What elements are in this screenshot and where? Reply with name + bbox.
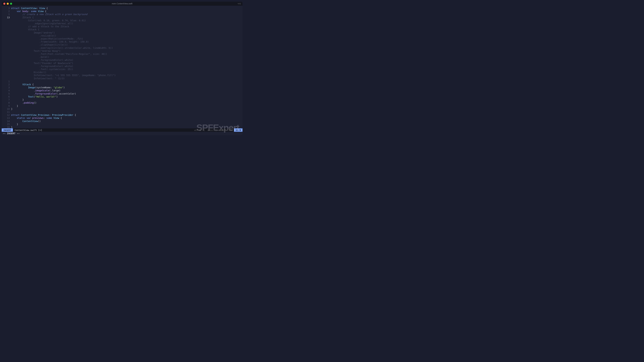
line-number <box>2 68 10 71</box>
line-number: 2 <box>2 83 10 86</box>
line-number: 3 <box>2 86 10 89</box>
line-number: 5 <box>2 92 10 95</box>
code-line[interactable]: VStack { <box>11 83 242 86</box>
mode-indicator: INSERT <box>2 128 13 132</box>
status-right: utf-8 | unix | swift 44% 13:9 <box>193 128 242 132</box>
line-number: 6 <box>2 95 10 98</box>
line-number <box>2 58 10 61</box>
line-number <box>2 49 10 52</box>
code-line[interactable]: static var previews: some View { <box>11 116 242 119</box>
code-line[interactable]: } <box>11 126 242 128</box>
line-number: 15 <box>2 123 10 126</box>
percent: 44% <box>227 129 234 131</box>
code-line[interactable]: Text("Hello, world!") <box>11 95 242 98</box>
window-title: nvim ContentView.swift <box>112 2 132 5</box>
code-line[interactable] <box>11 110 242 113</box>
code-line[interactable]: InfoView(text: "+1 555 555 5555", imageN… <box>11 74 242 77</box>
code-line[interactable]: .edgesIgnoringSafeArea(.all) <box>11 22 242 25</box>
command-line: -- INSERT -- <box>2 132 242 135</box>
code-line[interactable]: .padding() <box>11 101 242 104</box>
encoding: utf-8 <box>193 129 202 131</box>
code-line[interactable]: VStack { <box>11 28 242 31</box>
line-number <box>2 55 10 58</box>
line-number: 11 <box>2 110 10 113</box>
code-line[interactable]: Color(red: 0.10, green: 0.74, blue: 0.61… <box>11 19 242 22</box>
line-number: 7 <box>2 98 10 101</box>
line-number <box>2 34 10 37</box>
line-number: 4 <box>2 89 10 92</box>
code-line[interactable]: .overlay(Circle().stroke(Color.white, li… <box>11 46 242 49</box>
filetype: swift <box>218 129 227 131</box>
code-line[interactable]: .bold() <box>11 55 242 58</box>
code-line[interactable]: } <box>11 104 242 107</box>
line-number-gutter: 32113 12345678910111213141516 <box>2 7 11 128</box>
minimize-icon[interactable] <box>7 3 9 5</box>
code-line[interactable]: } <box>11 98 242 101</box>
code-line[interactable]: ContentView() <box>11 120 242 123</box>
line-number <box>2 28 10 31</box>
line-number <box>2 52 10 55</box>
line-number: 3 <box>2 7 10 10</box>
line-number <box>2 25 10 28</box>
code-line[interactable]: .foregroundColor(.white) <box>11 65 242 68</box>
line-number: 12 <box>2 113 10 116</box>
zoom-icon[interactable] <box>10 3 12 5</box>
traffic-lights <box>3 3 12 5</box>
code-line[interactable]: } <box>11 123 242 126</box>
line-number <box>2 19 10 22</box>
code-line[interactable] <box>11 80 242 83</box>
code-line[interactable]: Image("andrew") <box>11 31 242 34</box>
line-number: 8 <box>2 101 10 104</box>
line-number: 16 <box>2 126 10 128</box>
line-number <box>2 71 10 74</box>
line-number: 13 <box>2 16 10 19</box>
code-line[interactable]: .aspectRatio(contentMode: .fit) <box>11 37 242 40</box>
code-line[interactable]: .frame(width: 150.0, height: 150.0) <box>11 40 242 43</box>
code-line[interactable]: struct ContentView_Previews: PreviewProv… <box>11 113 242 116</box>
code-line[interactable]: .resizable() <box>11 34 242 37</box>
code-line[interactable]: .foregroundColor(.white) <box>11 58 242 61</box>
close-icon[interactable] <box>3 3 5 5</box>
code-line[interactable]: Divider() <box>11 71 242 74</box>
line-number <box>2 74 10 77</box>
line-number: 1 <box>2 13 10 16</box>
line-number: 14 <box>2 120 10 123</box>
line-number <box>2 46 10 49</box>
code-line[interactable]: // add a VStack to the ZStack <box>11 25 242 28</box>
terminal-window: nvim ContentView.swift ⌥⌘3 32113 1234567… <box>2 2 242 135</box>
code-line[interactable]: .font(Font.custom("Pacifico-Regular", si… <box>11 52 242 55</box>
titlebar: nvim ContentView.swift ⌥⌘3 <box>2 2 242 6</box>
line-number: 2 <box>2 10 10 13</box>
code-content[interactable]: struct ContentView: View { var body: som… <box>11 7 242 128</box>
line-number <box>2 31 10 34</box>
titlebar-shortcut: ⌥⌘3 <box>238 3 241 5</box>
code-line[interactable]: } <box>11 107 242 110</box>
line-number <box>2 62 10 65</box>
code-line[interactable]: Text("Andrew Hoog") <box>11 49 242 52</box>
line-number: 10 <box>2 107 10 110</box>
line-number <box>2 65 10 68</box>
code-line[interactable]: ZStack { <box>11 16 242 19</box>
code-line[interactable]: InfoView(text: " (2/3) <box>11 77 242 80</box>
line-number <box>2 40 10 43</box>
status-line: INSERT ContentView.swift [+] utf-8 | uni… <box>2 128 242 132</box>
code-line[interactable]: var body: some View { <box>11 10 242 13</box>
code-line[interactable]: // create a new ZStack with a green back… <box>11 13 242 16</box>
line-number: 9 <box>2 104 10 107</box>
cursor-position: 13:9 <box>234 128 242 132</box>
line-number <box>2 43 10 46</box>
line-number <box>2 77 10 80</box>
code-line[interactable]: .foregroundColor(.accentColor) <box>11 92 242 95</box>
code-line[interactable]: struct ContentView: View { <box>11 7 242 10</box>
editor-area[interactable]: 32113 12345678910111213141516 struct Con… <box>2 6 242 128</box>
code-line[interactable]: .clipShape(Circle()) <box>11 43 242 46</box>
code-line[interactable]: .font(.system(size: 25)) <box>11 68 242 71</box>
line-number <box>2 22 10 25</box>
line-number: 13 <box>2 116 10 119</box>
code-line[interactable]: .imageScale(.large) <box>11 89 242 92</box>
line-number: 1 <box>2 80 10 83</box>
code-line[interactable]: Text("Founder of NowSecure") <box>11 62 242 65</box>
fileformat: unix <box>206 129 214 131</box>
line-number <box>2 37 10 40</box>
code-line[interactable]: Image(systemName: "globe") <box>11 86 242 89</box>
